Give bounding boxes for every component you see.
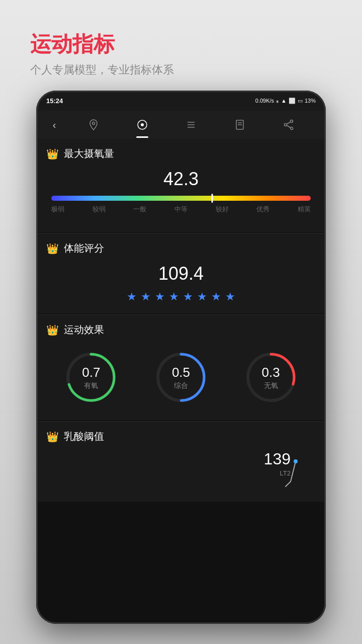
lactate-value-area: 139 LT2 bbox=[264, 450, 291, 477]
star-3: ★ bbox=[155, 290, 165, 303]
crown-icon-vo2max: 👑 bbox=[46, 148, 59, 160]
star-4: ★ bbox=[169, 290, 179, 303]
fitness-value: 109.4 bbox=[46, 263, 316, 284]
bluetooth-icon: ⁎ bbox=[276, 98, 279, 104]
combined-name: 综合 bbox=[174, 381, 188, 390]
status-right: 0.09K/s ⁎ ▲ ⬜ ▭ 13% bbox=[255, 98, 316, 104]
lactate-title-row: 👑 乳酸阈值 bbox=[46, 430, 316, 443]
aerobic-name: 有氧 bbox=[84, 381, 98, 390]
svg-line-12 bbox=[287, 122, 290, 124]
rainbow-bar-container: 极弱 较弱 一般 中等 较好 优秀 精英 bbox=[51, 196, 311, 214]
exercise-section: 👑 运动效果 0.7 有氧 bbox=[36, 315, 326, 420]
nav-bar: ‹ bbox=[36, 111, 326, 139]
fitness-section: 👑 体能评分 109.4 ★ ★ ★ ★ ★ ★ ★ ★ bbox=[36, 233, 326, 313]
aerobic-value: 0.7 bbox=[82, 365, 100, 380]
svg-line-13 bbox=[287, 126, 290, 128]
network-speed: 0.09K/s bbox=[255, 98, 274, 104]
anaerobic-circle-item: 0.3 无氧 bbox=[243, 350, 299, 405]
anaerobic-inner: 0.3 无氧 bbox=[243, 350, 299, 405]
vo2max-label: 最大摄氧量 bbox=[64, 147, 114, 160]
lactate-label: 乳酸阈值 bbox=[64, 430, 104, 443]
vo2max-marker bbox=[211, 194, 213, 203]
lactate-sublabel: LT2 bbox=[280, 469, 291, 477]
fitness-label: 体能评分 bbox=[64, 242, 104, 255]
label-weak: 较弱 bbox=[93, 205, 106, 214]
label-very-weak: 极弱 bbox=[51, 205, 64, 214]
phone-frame: 15:24 0.09K/s ⁎ ▲ ⬜ ▭ 13% ‹ bbox=[36, 91, 326, 624]
label-medium: 中等 bbox=[174, 205, 188, 214]
exercise-title-row: 👑 运动效果 bbox=[46, 323, 316, 337]
anaerobic-gauge: 0.3 无氧 bbox=[243, 350, 299, 405]
aerobic-gauge: 0.7 有氧 bbox=[63, 350, 119, 405]
aerobic-inner: 0.7 有氧 bbox=[63, 350, 119, 405]
battery-percent: 13% bbox=[305, 98, 316, 104]
lactate-section: 👑 乳酸阈值 139 LT2 bbox=[36, 422, 326, 502]
top-area: 运动指标 个人专属模型，专业指标体系 bbox=[30, 30, 174, 77]
lactate-chart: 139 LT2 bbox=[46, 451, 316, 492]
battery-indicator: ▭ bbox=[298, 98, 303, 104]
svg-point-20 bbox=[294, 459, 298, 463]
star-1: ★ bbox=[127, 290, 137, 303]
svg-point-11 bbox=[290, 127, 293, 130]
vo2max-value: 42.3 bbox=[46, 169, 316, 190]
star-5: ★ bbox=[183, 290, 193, 303]
nav-share-icon[interactable] bbox=[280, 116, 298, 134]
stars-row: ★ ★ ★ ★ ★ ★ ★ ★ bbox=[46, 290, 316, 303]
fitness-title-row: 👑 体能评分 bbox=[46, 242, 316, 255]
nav-circle-icon[interactable] bbox=[133, 116, 151, 134]
star-7: ★ bbox=[211, 290, 221, 303]
svg-point-0 bbox=[93, 122, 95, 125]
star-6: ★ bbox=[197, 290, 207, 303]
anaerobic-value: 0.3 bbox=[262, 365, 280, 380]
back-button[interactable]: ‹ bbox=[44, 115, 64, 135]
star-8: ★ bbox=[225, 290, 235, 303]
aerobic-circle-item: 0.7 有氧 bbox=[63, 350, 119, 405]
rainbow-bar bbox=[51, 196, 311, 201]
status-bar: 15:24 0.09K/s ⁎ ▲ ⬜ ▭ 13% bbox=[36, 91, 326, 111]
crown-icon-fitness: 👑 bbox=[46, 243, 59, 255]
wifi-icon: ▲ bbox=[281, 98, 287, 104]
nav-icons bbox=[64, 116, 318, 134]
crown-icon-lactate: 👑 bbox=[46, 431, 59, 443]
vo2max-title-row: 👑 最大摄氧量 bbox=[46, 147, 316, 160]
effect-circles: 0.7 有氧 0.5 综合 bbox=[46, 345, 316, 410]
svg-point-2 bbox=[141, 123, 144, 126]
crown-icon-exercise: 👑 bbox=[46, 324, 59, 336]
content-area: 👑 最大摄氧量 42.3 极弱 较弱 一般 中等 较好 优秀 精英 bbox=[36, 139, 326, 624]
label-elite: 精英 bbox=[298, 205, 311, 214]
svg-point-10 bbox=[284, 124, 287, 126]
page-title: 运动指标 bbox=[30, 30, 174, 58]
signal-icon: ⬜ bbox=[289, 98, 296, 104]
combined-inner: 0.5 综合 bbox=[153, 350, 209, 405]
nav-map-icon[interactable] bbox=[84, 116, 103, 134]
svg-point-9 bbox=[290, 120, 293, 123]
nav-list-icon[interactable] bbox=[182, 116, 200, 134]
lactate-value: 139 bbox=[264, 450, 291, 468]
lactate-curve-svg bbox=[205, 451, 306, 492]
page-subtitle: 个人专属模型，专业指标体系 bbox=[30, 62, 174, 77]
rainbow-labels: 极弱 较弱 一般 中等 较好 优秀 精英 bbox=[51, 205, 311, 214]
combined-circle-item: 0.5 综合 bbox=[153, 350, 209, 405]
vo2max-section: 👑 最大摄氧量 42.3 极弱 较弱 一般 中等 较好 优秀 精英 bbox=[36, 139, 326, 232]
label-normal: 一般 bbox=[133, 205, 146, 214]
star-2: ★ bbox=[141, 290, 151, 303]
combined-gauge: 0.5 综合 bbox=[153, 350, 209, 405]
nav-bookmark-icon[interactable] bbox=[231, 116, 249, 134]
label-good: 较好 bbox=[216, 205, 229, 214]
exercise-label: 运动效果 bbox=[64, 323, 104, 337]
combined-value: 0.5 bbox=[172, 365, 190, 380]
anaerobic-name: 无氧 bbox=[264, 381, 278, 390]
status-time: 15:24 bbox=[46, 97, 63, 105]
label-excellent: 优秀 bbox=[256, 205, 269, 214]
